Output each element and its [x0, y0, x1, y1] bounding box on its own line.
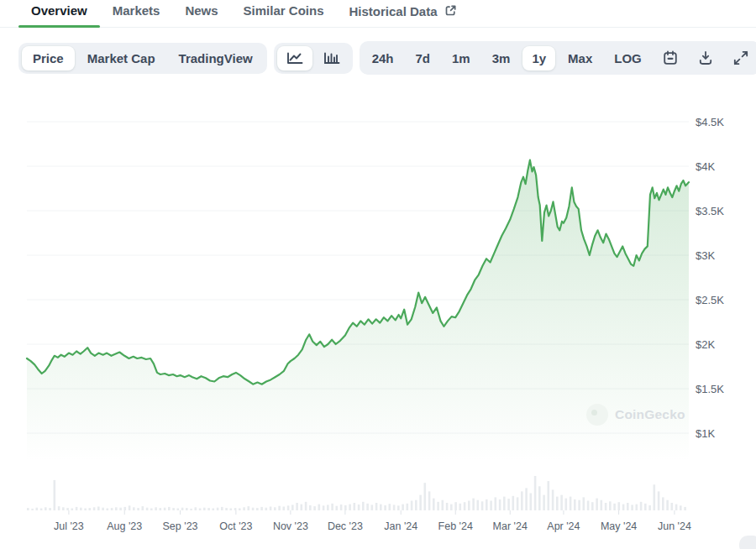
svg-text:Nov '23: Nov '23 — [273, 520, 308, 532]
date-range-button[interactable] — [654, 44, 686, 71]
svg-text:Dec '23: Dec '23 — [328, 520, 363, 532]
x-axis-labels: Jul '23Aug '23Sep '23Oct '23Nov '23Dec '… — [54, 520, 691, 532]
tab-historical-data-label: Historical Data — [349, 4, 437, 18]
svg-text:$3K: $3K — [696, 249, 715, 262]
tab-news[interactable]: News — [172, 0, 230, 26]
tab-bar: Overview Markets News Similar Coins Hist… — [0, 0, 756, 28]
svg-text:May '24: May '24 — [601, 520, 637, 532]
bar-chart-icon — [323, 51, 341, 65]
svg-text:Jun '24: Jun '24 — [658, 520, 691, 532]
external-link-icon — [444, 4, 457, 19]
log-scale-button[interactable]: LOG — [605, 46, 651, 71]
fullscreen-button[interactable] — [725, 44, 756, 71]
line-chart-icon — [286, 51, 304, 65]
tab-markets-label: Markets — [113, 3, 160, 18]
bar-chart-button[interactable] — [314, 46, 349, 71]
range-max-button[interactable]: Max — [559, 46, 601, 71]
svg-text:Jan '24: Jan '24 — [384, 520, 417, 532]
volume-bars — [27, 476, 686, 510]
range-group: 24h 7d 1m 3m 1y Max LOG — [360, 41, 756, 75]
expand-icon — [732, 50, 749, 66]
tab-overview-label: Overview — [31, 3, 87, 18]
range-3m-button[interactable]: 3m — [483, 46, 520, 71]
range-1m-button[interactable]: 1m — [443, 46, 480, 71]
price-chart[interactable]: $4.5K$4K$3.5K$3K$2.5K$2K$1.5K$1KJul '23A… — [0, 92, 756, 549]
y-axis-labels: $4.5K$4K$3.5K$3K$2.5K$2K$1.5K$1K — [696, 116, 724, 440]
svg-text:Apr '24: Apr '24 — [547, 520, 580, 532]
svg-text:Sep '23: Sep '23 — [163, 520, 198, 532]
tab-overview[interactable]: Overview — [18, 0, 100, 26]
tab-news-label: News — [185, 3, 218, 18]
metric-toggle-group: Price Market Cap TradingView — [18, 43, 267, 74]
tab-similar-coins-label: Similar Coins — [244, 3, 324, 18]
svg-text:$2.5K: $2.5K — [696, 294, 724, 306]
price-area — [27, 160, 689, 466]
svg-text:$4.5K: $4.5K — [696, 116, 724, 128]
svg-text:Mar '24: Mar '24 — [493, 520, 528, 532]
x-axis-ticks — [69, 510, 675, 515]
svg-text:$1K: $1K — [696, 427, 715, 440]
chart-type-group — [274, 43, 353, 74]
svg-text:$1.5K: $1.5K — [696, 383, 724, 395]
tradingview-button[interactable]: TradingView — [168, 46, 264, 71]
corner-handle[interactable] — [739, 536, 756, 549]
range-1y-button[interactable]: 1y — [522, 46, 555, 71]
svg-text:Aug '23: Aug '23 — [107, 520, 142, 532]
range-7d-button[interactable]: 7d — [407, 46, 440, 71]
svg-text:$3.5K: $3.5K — [696, 205, 724, 217]
price-button[interactable]: Price — [22, 46, 75, 71]
svg-text:Jul '23: Jul '23 — [54, 520, 84, 532]
tab-markets[interactable]: Markets — [100, 0, 173, 26]
coin-chart-widget: Overview Markets News Similar Coins Hist… — [0, 0, 756, 549]
svg-text:$4K: $4K — [696, 160, 715, 173]
range-24h-button[interactable]: 24h — [363, 46, 403, 71]
chart-toolbar: Price Market Cap TradingView — [18, 41, 736, 75]
tab-similar-coins[interactable]: Similar Coins — [231, 0, 337, 26]
download-button[interactable] — [690, 44, 722, 71]
line-chart-button[interactable] — [277, 46, 312, 71]
svg-text:$2K: $2K — [696, 338, 715, 351]
svg-text:Feb '24: Feb '24 — [438, 520, 473, 532]
tab-historical-data[interactable]: Historical Data — [336, 0, 469, 28]
calendar-icon — [662, 50, 679, 66]
svg-text:Oct '23: Oct '23 — [219, 520, 252, 532]
download-icon — [697, 50, 714, 66]
market-cap-button[interactable]: Market Cap — [76, 46, 166, 71]
